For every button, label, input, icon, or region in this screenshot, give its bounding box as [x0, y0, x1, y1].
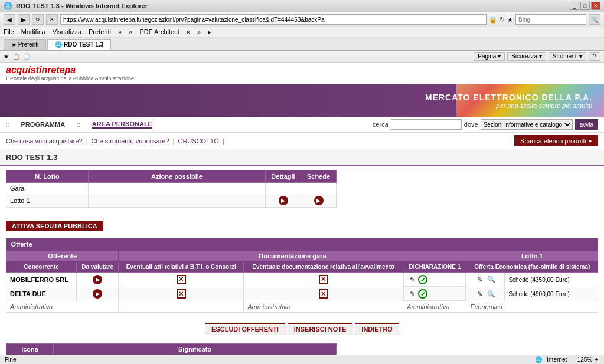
sicurezza-btn[interactable]: Sicurezza ▾	[507, 52, 546, 61]
maximize-btn[interactable]: □	[580, 2, 590, 10]
sh-dich1: DICHIARAZIONE 1	[403, 262, 466, 273]
main-nav: :: PROGRAMMA :: AREA PERSONALE cerca dov…	[0, 117, 604, 133]
refresh-icon[interactable]: ↻	[499, 16, 505, 24]
bottom-buttons: ESCLUDI OFFERENTI INSERISCI NOTE INDIETR…	[0, 319, 604, 340]
zoom-in-btn[interactable]: +	[593, 356, 599, 363]
scarica-icon: ▸	[589, 137, 592, 145]
tab-preferiti[interactable]: ★ Preferiti	[4, 39, 46, 50]
offerta-2[interactable]: ✎ 🔍	[466, 287, 505, 301]
favorite-icon[interactable]: ★	[507, 16, 513, 24]
schede-icon[interactable]: ▶	[314, 196, 324, 205]
banner-text: MERCATO ELETTRONICO DELLA P.A. per una s…	[425, 93, 592, 109]
dich1-1[interactable]: ✎ ✔	[403, 273, 466, 287]
nav-programma[interactable]: PROGRAMMA	[21, 121, 66, 128]
lock-icon: 🔒	[489, 16, 497, 24]
offerta-zoom-2[interactable]: 🔍	[487, 289, 496, 299]
inserisci-note-btn[interactable]: INSERISCI NOTE	[288, 323, 353, 335]
menu-file[interactable]: File	[4, 28, 14, 36]
sub-nav: Che cosa vuoi acquistare? | Che strument…	[0, 133, 604, 149]
escludi-btn[interactable]: ESCLUDI OFFERENTI	[205, 323, 285, 335]
search-go-btn[interactable]: 🔍	[589, 14, 600, 25]
search-area: cerca dove Sezioni informative e catalog…	[373, 119, 598, 130]
menu-visualizza[interactable]: Visualizza	[53, 28, 81, 36]
status-right: 🌐 Internet - 125% +	[535, 356, 599, 363]
footer-docgara2: Amministrativa	[244, 301, 403, 313]
browser-titlebar: 🌐 RDO TEST 1.3 - Windows Internet Explor…	[0, 0, 604, 12]
zoom-out-btn[interactable]: -	[572, 356, 576, 363]
nav-area-personale[interactable]: AREA PERSONALE	[92, 120, 152, 129]
dich1-edit-1[interactable]: ✎	[407, 275, 417, 284]
menu-preferiti[interactable]: Preferiti	[89, 28, 111, 36]
history-icon: 🕐	[23, 53, 30, 60]
tab-rdo[interactable]: 🌐 RDO TEST 1.3	[47, 39, 111, 50]
pagina-btn[interactable]: Pagina ▾	[474, 52, 505, 61]
indietro-btn[interactable]: INDIETRO	[355, 323, 399, 335]
stop-btn[interactable]: ✕	[46, 14, 58, 25]
sh-atti-bti[interactable]: Eventuali atti relativi a B.T.I. o Conso…	[119, 262, 244, 273]
menu-more[interactable]: »	[118, 28, 122, 36]
lotti-row-gara: Gara	[6, 183, 337, 194]
banner: MERCATO ELETTRONICO DELLA P.A. per una s…	[0, 84, 604, 117]
da-valutare-2[interactable]: ▶	[77, 287, 119, 301]
search-field[interactable]	[391, 119, 462, 130]
atti-bti-x-icon-2: ✕	[177, 289, 186, 299]
where-select[interactable]: Sezioni informative e catalogo	[481, 119, 573, 130]
sh-doc-avval[interactable]: Eventuale documentazione relativa all'av…	[244, 262, 403, 273]
zoom-control[interactable]: - 125% +	[572, 356, 599, 363]
offerte-sub-headers: Concorrente Da valutare Eventuali atti r…	[6, 262, 598, 273]
menu-close[interactable]: ×	[129, 28, 132, 36]
strumenti-btn[interactable]: Strumenti ▾	[549, 52, 587, 61]
forward-btn[interactable]: ▶	[18, 14, 30, 25]
avvia-btn[interactable]: avvia	[575, 119, 598, 130]
group-offerente: Offerente	[6, 251, 119, 262]
col-nlotto: N. Lotto	[6, 170, 89, 183]
sub-nav-sep1: |	[86, 137, 88, 145]
dich1-edit-2[interactable]: ✎	[407, 289, 417, 299]
offerta-edit-1[interactable]: ✎	[475, 275, 485, 284]
lotto-1-dettagli[interactable]: ▶	[266, 194, 301, 208]
close-btn[interactable]: ✕	[591, 2, 600, 10]
site-logo-sub: Il Portale degli acquisti della Pubblica…	[6, 76, 134, 81]
sh-offerta[interactable]: Offerta Economica (fac-simile di sistema…	[466, 262, 598, 273]
da-valutare-icon-1[interactable]: ▶	[93, 275, 102, 284]
lotto-gara-schede	[301, 183, 337, 194]
banner-subtitle: per una scelta sempre più ampia!	[425, 102, 592, 109]
address-input[interactable]	[60, 14, 487, 25]
lotti-header-row: N. Lotto Azione possibile Dettagli Sched…	[6, 170, 337, 183]
help-btn[interactable]: ?	[589, 52, 600, 61]
feeds-icon: 📋	[12, 53, 19, 60]
minimize-btn[interactable]: _	[570, 2, 579, 10]
sub-nav-acquistare[interactable]: Che cosa vuoi acquistare?	[6, 137, 83, 145]
menu-pdf-prev[interactable]: «	[187, 28, 190, 36]
offerta-zoom-1[interactable]: 🔍	[487, 275, 496, 284]
da-valutare-icon-2[interactable]: ▶	[93, 289, 102, 299]
refresh-btn[interactable]: ↻	[32, 14, 44, 25]
doc-avval-x-icon-2: ✕	[319, 289, 328, 299]
lotti-section: N. Lotto Azione possibile Dettagli Sched…	[0, 166, 604, 214]
offerta-1[interactable]: ✎ 🔍	[466, 273, 505, 287]
menu-pdf[interactable]: PDF Architect	[140, 28, 179, 36]
menu-pdf-next[interactable]: »	[197, 28, 201, 36]
tab-preferiti-icon: ★	[11, 41, 17, 48]
da-valutare-1[interactable]: ▶	[77, 273, 119, 287]
doc-avval-2: ✕	[244, 287, 403, 301]
search-input[interactable]	[515, 14, 586, 25]
sub-nav-cruscotto[interactable]: CRUSCOTTO	[178, 137, 218, 145]
sub-nav-strumento[interactable]: Che strumento vuoi usare?	[92, 137, 169, 145]
col-schede: Schede	[301, 170, 337, 183]
lotto-1: Lotto 1	[6, 194, 89, 208]
schede-1: Schede (4350,00 Euro)	[505, 273, 598, 287]
dich1-2[interactable]: ✎ ✔	[403, 287, 466, 301]
sh-da-valutare: Da valutare	[77, 262, 119, 273]
menu-modifica[interactable]: Modifica	[21, 28, 45, 36]
dettagli-icon[interactable]: ▶	[279, 196, 288, 205]
tab-rdo-icon: 🌐	[55, 41, 64, 48]
scarica-btn[interactable]: Scarica elenco prodotti ▸	[514, 135, 598, 146]
back-btn[interactable]: ◀	[4, 14, 15, 25]
offerta-edit-2[interactable]: ✎	[475, 289, 485, 299]
attiva-seduta-btn[interactable]: ATTIVA SEDUTA PUBBLICA	[6, 221, 103, 231]
status-bar: Fine 🌐 Internet - 125% +	[0, 355, 604, 364]
menu-pdf-play[interactable]: ▸	[208, 28, 211, 36]
lotto-1-schede[interactable]: ▶	[301, 194, 337, 208]
tabs-bar: ★ Preferiti 🌐 RDO TEST 1.3	[0, 38, 604, 51]
